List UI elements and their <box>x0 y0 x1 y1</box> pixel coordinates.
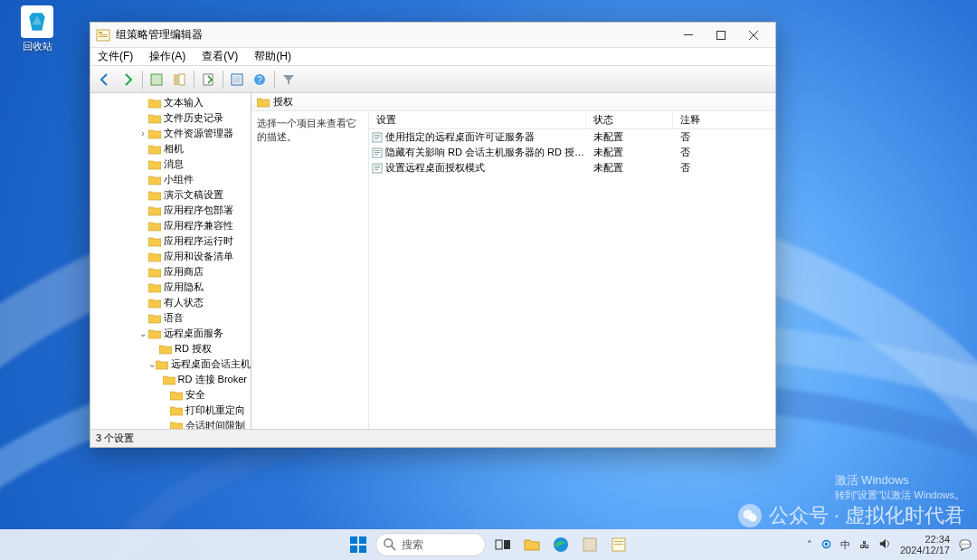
tree-item[interactable]: 有人状态 <box>90 295 251 310</box>
tray-chevron-icon[interactable]: ˄ <box>807 539 812 551</box>
tree-item[interactable]: 应用程序兼容性 <box>90 218 251 233</box>
tree-item-label: 应用隐私 <box>164 280 204 294</box>
menu-view[interactable]: 查看(V) <box>198 47 242 66</box>
menu-file[interactable]: 文件(F) <box>94 47 137 66</box>
tray-copilot-icon[interactable]: ⦿ <box>821 539 831 550</box>
chevron-right-icon[interactable]: › <box>138 128 148 138</box>
list-column-headers[interactable]: 设置 状态 注释 <box>369 111 775 129</box>
svg-line-33 <box>392 546 395 550</box>
list-row[interactable]: 使用指定的远程桌面许可证服务器未配置否 <box>369 129 775 145</box>
app-icon-2[interactable] <box>607 533 631 556</box>
wechat-icon <box>738 504 762 527</box>
tree-item[interactable]: 相机 <box>90 141 251 157</box>
tree-item[interactable]: 消息 <box>90 157 251 172</box>
taskbar-search[interactable]: 搜索 <box>375 533 486 556</box>
svg-rect-8 <box>179 74 185 85</box>
toolbar: ? <box>90 66 775 93</box>
chevron-down-icon[interactable]: ⌄ <box>148 359 156 369</box>
policy-icon <box>369 163 385 174</box>
row-setting: 使用指定的远程桌面许可证服务器 <box>385 130 593 144</box>
folder-icon <box>170 390 183 401</box>
tree-item-label: 消息 <box>164 157 184 171</box>
tree-item[interactable]: 应用程序运行时 <box>90 233 251 249</box>
tree-item[interactable]: RD 授权 <box>90 341 251 356</box>
folder-icon <box>148 221 161 232</box>
col-state[interactable]: 状态 <box>586 111 673 128</box>
svg-rect-7 <box>174 74 178 85</box>
tree-item[interactable]: 会话时间限制 <box>90 418 251 429</box>
nav-forward-button[interactable] <box>117 69 138 90</box>
tree-item-label: 文件历史记录 <box>164 111 223 125</box>
tree-item-label: 文本输入 <box>164 96 204 109</box>
tree-item[interactable]: 应用程序包部署 <box>90 203 251 218</box>
tray-notification-icon[interactable]: 💬 <box>959 539 972 551</box>
folder-icon <box>148 298 161 308</box>
edge-icon[interactable] <box>549 533 573 556</box>
desktop-recycle-bin[interactable]: 回收站 <box>16 5 58 53</box>
policy-icon <box>369 132 385 143</box>
row-setting: 隐藏有关影响 RD 会话主机服务器的 RD 授权问题的通知 <box>385 146 593 159</box>
window-title: 组策略管理编辑器 <box>116 27 672 43</box>
svg-rect-11 <box>233 76 241 83</box>
tree-pane[interactable]: 文本输入文件历史记录›文件资源管理器相机消息小组件演示文稿设置应用程序包部署应用… <box>90 93 251 429</box>
minimize-button[interactable] <box>672 25 705 45</box>
nav-back-button[interactable] <box>94 69 116 90</box>
tree-item[interactable]: 语音 <box>90 310 251 326</box>
chevron-down-icon[interactable]: ⌄ <box>138 328 148 338</box>
tree-item[interactable]: 打印机重定向 <box>90 403 251 418</box>
tray-ime[interactable]: 中 <box>840 538 850 552</box>
tree-item[interactable]: 安全 <box>90 387 251 403</box>
folder-icon <box>148 98 161 109</box>
taskbar[interactable]: 搜索 ˄ ⦿ 中 🖧 22:34 2024/12/17 💬 <box>0 529 977 560</box>
col-setting[interactable]: 设置 <box>369 111 586 128</box>
svg-rect-31 <box>359 546 366 553</box>
tree-item[interactable]: 文本输入 <box>90 95 251 110</box>
svg-rect-21 <box>375 154 378 155</box>
list-row[interactable]: 设置远程桌面授权模式未配置否 <box>369 160 775 176</box>
maximize-button[interactable] <box>705 25 737 45</box>
tree-item[interactable]: RD 连接 Broker <box>90 372 251 387</box>
svg-rect-30 <box>350 546 357 553</box>
col-comment[interactable]: 注释 <box>673 111 775 128</box>
svg-rect-17 <box>375 138 378 139</box>
tree-item[interactable]: ›文件资源管理器 <box>90 126 251 141</box>
show-hide-tree-button[interactable] <box>168 69 190 90</box>
tree-item[interactable]: 应用隐私 <box>90 280 251 295</box>
tray-network-icon[interactable]: 🖧 <box>859 539 869 550</box>
refresh-button[interactable] <box>226 69 248 90</box>
explorer-icon[interactable] <box>520 533 544 556</box>
tray-clock[interactable]: 22:34 2024/12/17 <box>900 534 950 555</box>
tree-item-label: RD 授权 <box>175 342 212 356</box>
svg-rect-20 <box>375 152 380 153</box>
help-button[interactable]: ? <box>249 69 270 90</box>
tree-item[interactable]: 应用商店 <box>90 264 251 280</box>
tree-item[interactable]: ⌄远程桌面会话主机 <box>90 356 251 372</box>
export-button[interactable] <box>197 69 219 90</box>
tray-volume-icon[interactable] <box>878 537 891 552</box>
search-placeholder: 搜索 <box>402 537 423 553</box>
tree-item-label: 应用程序兼容性 <box>164 219 233 233</box>
menu-help[interactable]: 帮助(H) <box>251 47 295 66</box>
tree-item[interactable]: 小组件 <box>90 172 251 187</box>
titlebar[interactable]: 组策略管理编辑器 <box>90 23 775 48</box>
start-button[interactable] <box>346 533 370 556</box>
tree-item[interactable]: 应用和设备清单 <box>90 249 251 264</box>
activation-line2: 转到"设置"以激活 Windows。 <box>835 489 965 502</box>
close-button[interactable] <box>737 25 770 45</box>
folder-icon <box>148 252 161 262</box>
svg-rect-24 <box>375 167 380 168</box>
list-header-title: 授权 <box>273 95 293 109</box>
list-row[interactable]: 隐藏有关影响 RD 会话主机服务器的 RD 授权问题的通知未配置否 <box>369 145 775 160</box>
tree-item[interactable]: 文件历史记录 <box>90 110 251 126</box>
system-tray[interactable]: ˄ ⦿ 中 🖧 22:34 2024/12/17 💬 <box>807 534 972 555</box>
folder-icon <box>159 344 172 355</box>
menu-action[interactable]: 操作(A) <box>146 47 189 66</box>
row-comment: 否 <box>680 161 775 175</box>
svg-rect-23 <box>375 166 380 166</box>
tree-item[interactable]: 演示文稿设置 <box>90 187 251 203</box>
tree-item[interactable]: ⌄远程桌面服务 <box>90 326 251 341</box>
up-button[interactable] <box>146 69 167 90</box>
filter-button[interactable] <box>278 69 299 90</box>
app-icon-1[interactable] <box>578 533 602 556</box>
taskview-button[interactable] <box>491 533 515 556</box>
